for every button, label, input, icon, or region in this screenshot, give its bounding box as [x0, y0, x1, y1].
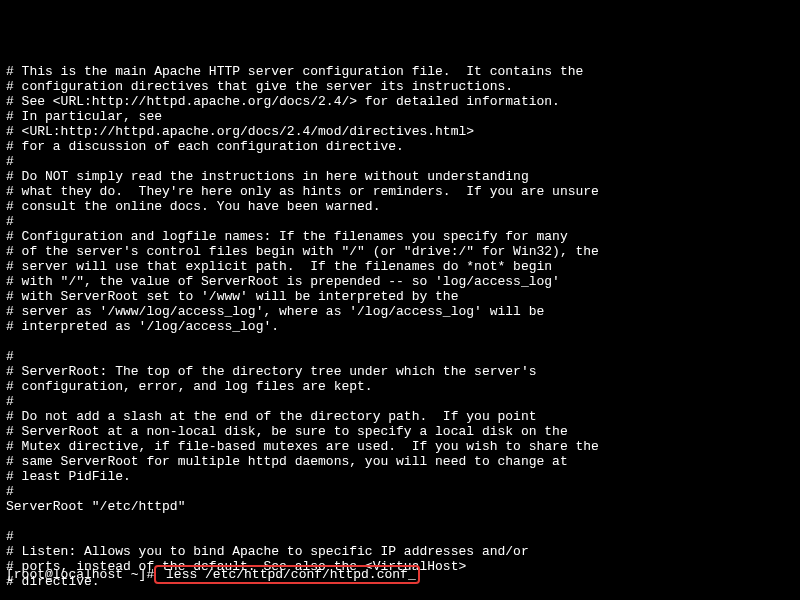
config-file-line: # consult the online docs. You have been…	[6, 199, 794, 214]
config-file-line: # interpreted as '/log/access_log'.	[6, 319, 794, 334]
config-file-line: # In particular, see	[6, 109, 794, 124]
config-file-line: # Configuration and logfile names: If th…	[6, 229, 794, 244]
config-file-line: # Listen: Allows you to bind Apache to s…	[6, 544, 794, 559]
config-file-line: # ServerRoot: The top of the directory t…	[6, 364, 794, 379]
highlighted-command: less /etc/httpd/conf/httpd.conf_	[154, 565, 419, 584]
config-file-line: # with "/", the value of ServerRoot is p…	[6, 274, 794, 289]
config-file-line: # <URL:http://httpd.apache.org/docs/2.4/…	[6, 124, 794, 139]
config-file-line: # configuration, error, and log files ar…	[6, 379, 794, 394]
config-file-line: # server will use that explicit path. If…	[6, 259, 794, 274]
cursor: _	[408, 567, 416, 582]
config-file-line: # configuration directives that give the…	[6, 79, 794, 94]
command-text: less /etc/httpd/conf/httpd.conf	[158, 567, 408, 582]
config-file-line: # See <URL:http://httpd.apache.org/docs/…	[6, 94, 794, 109]
config-file-line	[6, 514, 794, 529]
config-file-line: # Do NOT simply read the instructions in…	[6, 169, 794, 184]
config-file-line: # Mutex directive, if file-based mutexes…	[6, 439, 794, 454]
config-file-line: # This is the main Apache HTTP server co…	[6, 64, 794, 79]
config-file-line: # ServerRoot at a non-local disk, be sur…	[6, 424, 794, 439]
shell-prompt: [root@localhost ~]#	[6, 567, 154, 582]
config-file-line: # what they do. They're here only as hin…	[6, 184, 794, 199]
config-file-line	[6, 334, 794, 349]
config-file-line: #	[6, 484, 794, 499]
config-file-line: #	[6, 214, 794, 229]
config-file-line: # same ServerRoot for multiple httpd dae…	[6, 454, 794, 469]
config-file-line: #	[6, 154, 794, 169]
config-file-line: #	[6, 394, 794, 409]
config-file-line: # for a discussion of each configuration…	[6, 139, 794, 154]
terminal-prompt-line[interactable]: [root@localhost ~]# less /etc/httpd/conf…	[6, 565, 420, 584]
config-file-line: # least PidFile.	[6, 469, 794, 484]
config-file-line: ServerRoot "/etc/httpd"	[6, 499, 794, 514]
terminal-file-content: # This is the main Apache HTTP server co…	[6, 64, 794, 589]
config-file-line: #	[6, 349, 794, 364]
config-file-line: # Do not add a slash at the end of the d…	[6, 409, 794, 424]
config-file-line: # server as '/www/log/access_log', where…	[6, 304, 794, 319]
config-file-line: # of the server's control files begin wi…	[6, 244, 794, 259]
config-file-line: #	[6, 529, 794, 544]
config-file-line: # with ServerRoot set to '/www' will be …	[6, 289, 794, 304]
